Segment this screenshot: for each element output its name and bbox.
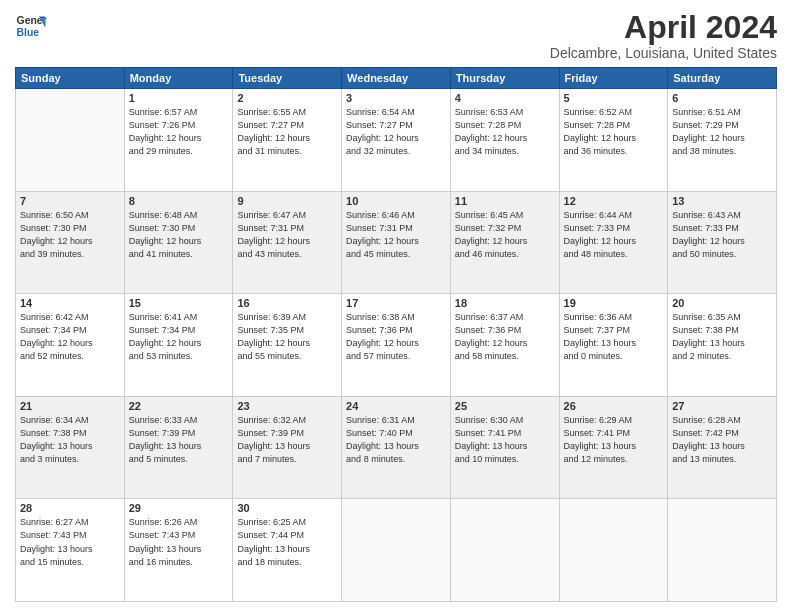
day-number: 1 [129, 92, 229, 104]
main-title: April 2024 [550, 10, 777, 45]
day-info: Sunrise: 6:26 AM Sunset: 7:43 PM Dayligh… [129, 516, 229, 568]
table-row: 28Sunrise: 6:27 AM Sunset: 7:43 PM Dayli… [16, 499, 125, 602]
table-row: 25Sunrise: 6:30 AM Sunset: 7:41 PM Dayli… [450, 396, 559, 499]
day-number: 30 [237, 502, 337, 514]
table-row: 16Sunrise: 6:39 AM Sunset: 7:35 PM Dayli… [233, 294, 342, 397]
calendar-week-row: 1Sunrise: 6:57 AM Sunset: 7:26 PM Daylig… [16, 89, 777, 192]
day-number: 21 [20, 400, 120, 412]
day-number: 13 [672, 195, 772, 207]
col-thursday: Thursday [450, 68, 559, 89]
day-number: 11 [455, 195, 555, 207]
day-number: 29 [129, 502, 229, 514]
col-sunday: Sunday [16, 68, 125, 89]
col-wednesday: Wednesday [342, 68, 451, 89]
day-number: 16 [237, 297, 337, 309]
calendar-week-row: 7Sunrise: 6:50 AM Sunset: 7:30 PM Daylig… [16, 191, 777, 294]
table-row: 9Sunrise: 6:47 AM Sunset: 7:31 PM Daylig… [233, 191, 342, 294]
table-row: 22Sunrise: 6:33 AM Sunset: 7:39 PM Dayli… [124, 396, 233, 499]
day-info: Sunrise: 6:30 AM Sunset: 7:41 PM Dayligh… [455, 414, 555, 466]
day-info: Sunrise: 6:42 AM Sunset: 7:34 PM Dayligh… [20, 311, 120, 363]
day-number: 25 [455, 400, 555, 412]
day-number: 10 [346, 195, 446, 207]
table-row: 5Sunrise: 6:52 AM Sunset: 7:28 PM Daylig… [559, 89, 668, 192]
day-number: 14 [20, 297, 120, 309]
day-info: Sunrise: 6:36 AM Sunset: 7:37 PM Dayligh… [564, 311, 664, 363]
col-monday: Monday [124, 68, 233, 89]
subtitle: Delcambre, Louisiana, United States [550, 45, 777, 61]
day-info: Sunrise: 6:51 AM Sunset: 7:29 PM Dayligh… [672, 106, 772, 158]
table-row: 30Sunrise: 6:25 AM Sunset: 7:44 PM Dayli… [233, 499, 342, 602]
table-row: 26Sunrise: 6:29 AM Sunset: 7:41 PM Dayli… [559, 396, 668, 499]
table-row: 15Sunrise: 6:41 AM Sunset: 7:34 PM Dayli… [124, 294, 233, 397]
day-info: Sunrise: 6:47 AM Sunset: 7:31 PM Dayligh… [237, 209, 337, 261]
day-number: 2 [237, 92, 337, 104]
day-info: Sunrise: 6:25 AM Sunset: 7:44 PM Dayligh… [237, 516, 337, 568]
table-row: 4Sunrise: 6:53 AM Sunset: 7:28 PM Daylig… [450, 89, 559, 192]
day-info: Sunrise: 6:34 AM Sunset: 7:38 PM Dayligh… [20, 414, 120, 466]
day-info: Sunrise: 6:35 AM Sunset: 7:38 PM Dayligh… [672, 311, 772, 363]
header: General Blue April 2024 Delcambre, Louis… [15, 10, 777, 61]
calendar-week-row: 21Sunrise: 6:34 AM Sunset: 7:38 PM Dayli… [16, 396, 777, 499]
day-info: Sunrise: 6:53 AM Sunset: 7:28 PM Dayligh… [455, 106, 555, 158]
col-tuesday: Tuesday [233, 68, 342, 89]
col-friday: Friday [559, 68, 668, 89]
day-number: 22 [129, 400, 229, 412]
table-row: 12Sunrise: 6:44 AM Sunset: 7:33 PM Dayli… [559, 191, 668, 294]
table-row [559, 499, 668, 602]
col-saturday: Saturday [668, 68, 777, 89]
day-info: Sunrise: 6:28 AM Sunset: 7:42 PM Dayligh… [672, 414, 772, 466]
day-info: Sunrise: 6:50 AM Sunset: 7:30 PM Dayligh… [20, 209, 120, 261]
day-info: Sunrise: 6:48 AM Sunset: 7:30 PM Dayligh… [129, 209, 229, 261]
day-info: Sunrise: 6:33 AM Sunset: 7:39 PM Dayligh… [129, 414, 229, 466]
day-number: 18 [455, 297, 555, 309]
svg-text:Blue: Blue [17, 27, 40, 38]
day-info: Sunrise: 6:55 AM Sunset: 7:27 PM Dayligh… [237, 106, 337, 158]
table-row [342, 499, 451, 602]
day-info: Sunrise: 6:29 AM Sunset: 7:41 PM Dayligh… [564, 414, 664, 466]
day-number: 8 [129, 195, 229, 207]
calendar-week-row: 14Sunrise: 6:42 AM Sunset: 7:34 PM Dayli… [16, 294, 777, 397]
day-number: 24 [346, 400, 446, 412]
table-row: 14Sunrise: 6:42 AM Sunset: 7:34 PM Dayli… [16, 294, 125, 397]
table-row: 29Sunrise: 6:26 AM Sunset: 7:43 PM Dayli… [124, 499, 233, 602]
table-row: 21Sunrise: 6:34 AM Sunset: 7:38 PM Dayli… [16, 396, 125, 499]
table-row: 3Sunrise: 6:54 AM Sunset: 7:27 PM Daylig… [342, 89, 451, 192]
table-row: 7Sunrise: 6:50 AM Sunset: 7:30 PM Daylig… [16, 191, 125, 294]
day-info: Sunrise: 6:32 AM Sunset: 7:39 PM Dayligh… [237, 414, 337, 466]
day-number: 28 [20, 502, 120, 514]
day-number: 26 [564, 400, 664, 412]
table-row: 24Sunrise: 6:31 AM Sunset: 7:40 PM Dayli… [342, 396, 451, 499]
day-info: Sunrise: 6:31 AM Sunset: 7:40 PM Dayligh… [346, 414, 446, 466]
table-row: 2Sunrise: 6:55 AM Sunset: 7:27 PM Daylig… [233, 89, 342, 192]
day-info: Sunrise: 6:52 AM Sunset: 7:28 PM Dayligh… [564, 106, 664, 158]
title-block: April 2024 Delcambre, Louisiana, United … [550, 10, 777, 61]
day-info: Sunrise: 6:54 AM Sunset: 7:27 PM Dayligh… [346, 106, 446, 158]
day-number: 4 [455, 92, 555, 104]
calendar-table: Sunday Monday Tuesday Wednesday Thursday… [15, 67, 777, 602]
day-number: 27 [672, 400, 772, 412]
logo-icon: General Blue [15, 10, 47, 42]
day-number: 15 [129, 297, 229, 309]
day-info: Sunrise: 6:41 AM Sunset: 7:34 PM Dayligh… [129, 311, 229, 363]
table-row: 23Sunrise: 6:32 AM Sunset: 7:39 PM Dayli… [233, 396, 342, 499]
day-number: 20 [672, 297, 772, 309]
table-row: 1Sunrise: 6:57 AM Sunset: 7:26 PM Daylig… [124, 89, 233, 192]
table-row: 8Sunrise: 6:48 AM Sunset: 7:30 PM Daylig… [124, 191, 233, 294]
logo: General Blue [15, 10, 47, 42]
table-row [450, 499, 559, 602]
table-row [16, 89, 125, 192]
table-row: 11Sunrise: 6:45 AM Sunset: 7:32 PM Dayli… [450, 191, 559, 294]
calendar-header-row: Sunday Monday Tuesday Wednesday Thursday… [16, 68, 777, 89]
table-row [668, 499, 777, 602]
day-info: Sunrise: 6:37 AM Sunset: 7:36 PM Dayligh… [455, 311, 555, 363]
day-number: 5 [564, 92, 664, 104]
day-info: Sunrise: 6:45 AM Sunset: 7:32 PM Dayligh… [455, 209, 555, 261]
day-info: Sunrise: 6:38 AM Sunset: 7:36 PM Dayligh… [346, 311, 446, 363]
day-number: 9 [237, 195, 337, 207]
day-info: Sunrise: 6:27 AM Sunset: 7:43 PM Dayligh… [20, 516, 120, 568]
table-row: 17Sunrise: 6:38 AM Sunset: 7:36 PM Dayli… [342, 294, 451, 397]
calendar-week-row: 28Sunrise: 6:27 AM Sunset: 7:43 PM Dayli… [16, 499, 777, 602]
day-number: 7 [20, 195, 120, 207]
table-row: 20Sunrise: 6:35 AM Sunset: 7:38 PM Dayli… [668, 294, 777, 397]
day-number: 19 [564, 297, 664, 309]
